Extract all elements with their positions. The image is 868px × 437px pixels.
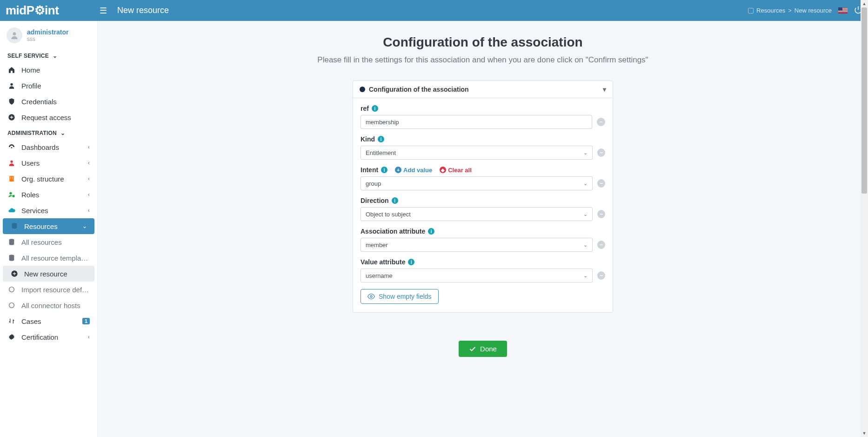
circle-icon [7,285,16,294]
user-sub: sss [27,36,68,42]
nav-services[interactable]: Services ‹ [0,202,97,218]
sidebar-item-label: Resources [24,222,77,230]
show-empty-fields-button[interactable]: Show empty fields [361,289,439,304]
chevron-down-icon: ⌄ [583,242,588,248]
sidebar-item-label: All resource templates [21,254,90,262]
hamburger-icon[interactable]: ☰ [94,6,113,16]
user-block[interactable]: administrator sss [0,21,97,48]
sidebar-item-label: All connector hosts [21,302,90,309]
shield-icon [7,97,16,106]
field-kind: Kind i Entitlement ⌄ − [361,135,605,160]
ref-input[interactable] [361,115,592,129]
nav-certification[interactable]: Certification ‹ [0,329,97,345]
svg-point-12 [12,195,14,197]
intent-select[interactable]: group ⌄ [361,176,593,190]
remove-icon[interactable]: − [597,179,605,188]
sidebar-item-label: Services [21,207,82,215]
check-icon [469,345,476,353]
sidebar-item-label: Dashboards [21,143,82,151]
svg-point-17 [9,287,14,292]
sidebar-item-label: Certification [21,333,82,341]
nav-resources[interactable]: Resources ⌄ [3,218,94,234]
nav-users[interactable]: Users ‹ [0,155,97,171]
nav-cases[interactable]: Cases 1 [0,313,97,329]
section-administration[interactable]: ADMINISTRATION ⌄ [0,125,97,139]
locale-flag-icon[interactable] [838,7,848,13]
nav-new-resource[interactable]: New resource [3,266,94,282]
chevron-down-icon: ⌄ [60,130,65,136]
add-value-button[interactable]: + Add value [395,167,432,174]
remove-icon[interactable]: − [597,271,605,280]
eye-icon [367,293,375,300]
nav-all-resource-templates[interactable]: All resource templates [0,250,97,266]
field-label-text: Kind [361,135,375,143]
nav-all-connector-hosts[interactable]: All connector hosts [0,297,97,313]
panel-dot-icon [360,87,365,92]
clear-all-button[interactable]: ◆ Clear all [440,167,472,174]
breadcrumb-sep: > [788,7,792,14]
info-icon[interactable]: i [372,105,378,112]
section-self-service[interactable]: SELF SERVICE ⌄ [0,48,97,62]
gauge-icon [7,143,16,151]
svg-point-20 [370,296,372,297]
value-attribute-select[interactable]: username ⌄ [361,269,593,282]
chevron-left-icon: ‹ [88,175,90,182]
remove-icon[interactable]: − [597,241,605,249]
remove-icon[interactable]: − [597,210,605,218]
direction-select[interactable]: Object to subject ⌄ [361,207,593,221]
info-icon[interactable]: i [381,167,387,173]
database-icon [7,254,16,262]
scrollbar[interactable]: ▲ ▼ [861,21,868,437]
swap-icon [7,317,16,325]
main-heading: Configuration of the association [204,35,762,50]
content-area: Configuration of the association Please … [98,21,868,437]
circle-icon [7,301,16,309]
info-icon[interactable]: i [392,197,398,204]
association-panel: Configuration of the association ▾ ref i… [353,81,613,313]
info-icon[interactable]: i [428,228,434,235]
nav-roles[interactable]: Roles ‹ [0,187,97,202]
svg-rect-6 [9,176,13,182]
nav-request-access[interactable]: Request access [0,109,97,125]
remove-icon[interactable]: − [597,118,605,126]
association-attribute-select[interactable]: member ⌄ [361,238,593,252]
database-icon [7,238,16,246]
field-association-attribute: Association attribute i member ⌄ − [361,228,605,252]
nav-import-resource[interactable]: Import resource definit… [0,282,97,297]
sidebar-item-label: Home [21,66,90,74]
breadcrumb-root[interactable]: Resources [756,7,785,14]
caret-down-icon: ▾ [603,86,606,93]
panel-header[interactable]: Configuration of the association ▾ [353,81,613,98]
chevron-left-icon: ‹ [88,144,90,150]
sidebar: administrator sss SELF SERVICE ⌄ Home Pr… [0,21,98,437]
database-icon [10,222,19,230]
sidebar-item-label: Credentials [21,98,90,106]
scroll-thumb[interactable] [861,21,867,194]
nav-org-structure[interactable]: Org. structure ‹ [0,171,97,187]
info-icon[interactable]: i [378,136,384,142]
svg-rect-7 [10,177,11,177]
info-icon[interactable]: i [408,259,414,265]
chevron-down-icon: ⌄ [82,223,87,229]
nav-all-resources[interactable]: All resources [0,234,97,250]
nav-dashboards[interactable]: Dashboards ‹ [0,139,97,155]
nav-profile[interactable]: Profile [0,78,97,94]
eraser-icon: ◆ [440,167,446,173]
field-label-text: Association attribute [361,228,425,235]
user-name: administrator [27,28,68,36]
field-label-text: Direction [361,197,389,204]
sidebar-item-label: Import resource definit… [21,286,90,294]
done-button[interactable]: Done [459,341,507,357]
app-logo[interactable]: midP⚙int [6,3,94,18]
nav-home[interactable]: Home [0,62,97,78]
cases-badge: 1 [82,318,90,324]
sidebar-item-label: New resource [24,270,87,278]
remove-icon[interactable]: − [597,148,605,157]
kind-select[interactable]: Entitlement ⌄ [361,146,593,160]
nav-credentials[interactable]: Credentials [0,94,97,109]
field-value-attribute: Value attribute i username ⌄ − [361,258,605,282]
svg-point-4 [11,147,13,148]
sidebar-item-label: Request access [21,114,90,121]
role-icon [7,190,16,199]
scroll-down-icon[interactable]: ▼ [861,430,868,437]
